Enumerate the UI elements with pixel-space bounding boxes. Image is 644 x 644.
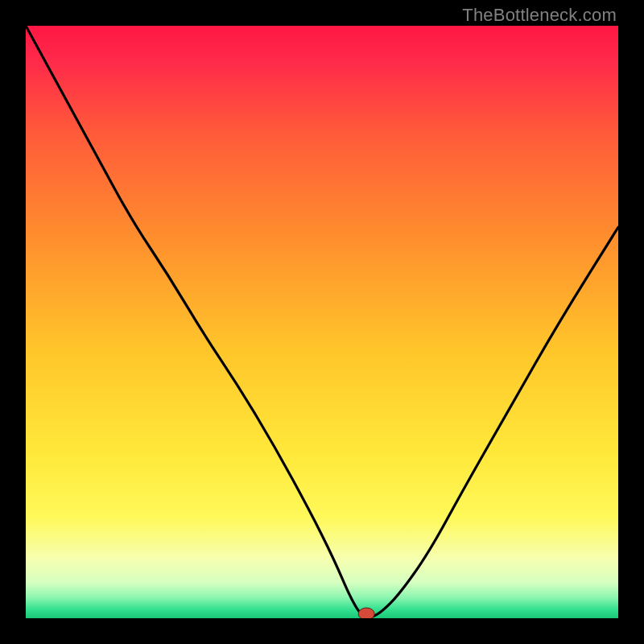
minimum-marker	[358, 608, 374, 618]
plot-area	[26, 26, 618, 618]
gradient-background	[26, 26, 618, 618]
chart-frame: TheBottleneck.com	[0, 0, 644, 644]
bottleneck-chart	[26, 26, 618, 618]
watermark-text: TheBottleneck.com	[462, 5, 617, 26]
